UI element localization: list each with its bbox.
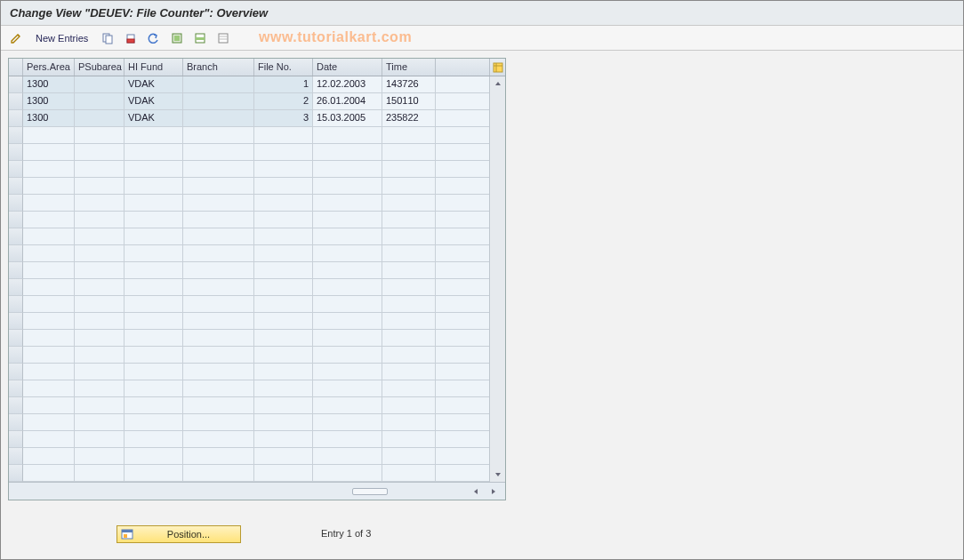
cell[interactable] <box>125 465 183 482</box>
cell[interactable] <box>313 364 382 380</box>
undo-button[interactable] <box>144 29 164 47</box>
cell[interactable] <box>125 178 183 195</box>
row-selector[interactable] <box>9 431 23 448</box>
cell[interactable] <box>75 330 125 347</box>
cell[interactable] <box>75 431 125 448</box>
col-header-pers-area[interactable]: Pers.Area <box>23 59 75 76</box>
col-header-time[interactable]: Time <box>382 59 436 76</box>
cell[interactable] <box>183 144 254 161</box>
cell[interactable] <box>382 465 436 482</box>
cell[interactable] <box>75 364 125 380</box>
scroll-left-button[interactable] <box>470 485 482 498</box>
cell[interactable] <box>183 296 254 313</box>
cell[interactable] <box>75 296 125 313</box>
cell[interactable] <box>183 364 254 380</box>
cell[interactable] <box>382 262 436 279</box>
cell[interactable] <box>382 448 436 465</box>
cell[interactable] <box>183 347 254 364</box>
cell[interactable] <box>313 313 382 330</box>
cell[interactable] <box>23 262 75 279</box>
cell[interactable] <box>125 279 183 296</box>
cell[interactable]: 143726 <box>382 76 436 93</box>
cell[interactable] <box>382 178 436 195</box>
cell[interactable] <box>125 228 183 245</box>
cell[interactable] <box>75 144 125 161</box>
cell[interactable] <box>183 414 254 431</box>
cell[interactable] <box>382 161 436 178</box>
cell[interactable] <box>313 178 382 195</box>
cell[interactable] <box>23 178 75 195</box>
cell[interactable] <box>75 414 125 431</box>
edit-button[interactable] <box>6 29 26 47</box>
cell[interactable] <box>23 313 75 330</box>
cell[interactable] <box>125 296 183 313</box>
cell[interactable] <box>313 144 382 161</box>
cell[interactable] <box>313 431 382 448</box>
cell[interactable] <box>75 448 125 465</box>
cell[interactable] <box>254 364 313 380</box>
cell[interactable]: 150110 <box>382 93 436 110</box>
scroll-up-icon[interactable] <box>491 76 505 91</box>
copy-button[interactable] <box>98 29 117 47</box>
cell[interactable] <box>382 144 436 161</box>
cell[interactable] <box>125 330 183 347</box>
cell[interactable] <box>23 245 75 262</box>
cell[interactable] <box>23 212 75 228</box>
row-selector[interactable] <box>9 414 23 431</box>
cell[interactable] <box>382 296 436 313</box>
cell[interactable] <box>313 212 382 228</box>
cell[interactable] <box>125 262 183 279</box>
cell[interactable] <box>254 448 313 465</box>
row-selector[interactable] <box>9 144 23 161</box>
cell[interactable] <box>125 127 183 144</box>
cell[interactable] <box>254 414 313 431</box>
cell[interactable] <box>382 414 436 431</box>
cell[interactable] <box>313 228 382 245</box>
cell[interactable] <box>183 161 254 178</box>
cell[interactable] <box>254 279 313 296</box>
row-selector[interactable] <box>9 127 23 144</box>
cell[interactable] <box>313 448 382 465</box>
cell[interactable] <box>23 431 75 448</box>
row-selector[interactable] <box>9 347 23 364</box>
cell[interactable] <box>183 431 254 448</box>
cell[interactable] <box>254 195 313 212</box>
cell[interactable]: 235822 <box>382 110 436 127</box>
delete-button[interactable] <box>121 29 141 47</box>
row-selector[interactable] <box>9 110 23 127</box>
cell[interactable] <box>382 330 436 347</box>
cell[interactable] <box>382 228 436 245</box>
cell[interactable] <box>125 245 183 262</box>
cell[interactable] <box>313 127 382 144</box>
row-selector[interactable] <box>9 330 23 347</box>
cell[interactable] <box>75 313 125 330</box>
cell[interactable] <box>75 380 125 397</box>
vertical-scrollbar[interactable] <box>489 76 505 482</box>
cell[interactable] <box>23 279 75 296</box>
cell[interactable] <box>254 465 313 482</box>
row-selector[interactable] <box>9 195 23 212</box>
cell[interactable] <box>254 380 313 397</box>
row-selector[interactable] <box>9 364 23 380</box>
cell[interactable] <box>313 397 382 414</box>
cell[interactable] <box>313 245 382 262</box>
cell[interactable] <box>254 262 313 279</box>
cell[interactable] <box>382 380 436 397</box>
cell[interactable] <box>254 228 313 245</box>
row-selector[interactable] <box>9 279 23 296</box>
cell[interactable] <box>313 465 382 482</box>
scroll-right-button[interactable] <box>487 485 500 498</box>
cell[interactable] <box>183 195 254 212</box>
cell[interactable] <box>183 313 254 330</box>
cell[interactable] <box>75 127 125 144</box>
row-selector[interactable] <box>9 93 23 110</box>
cell[interactable] <box>313 279 382 296</box>
cell[interactable] <box>313 296 382 313</box>
cell[interactable] <box>313 347 382 364</box>
cell[interactable] <box>75 245 125 262</box>
cell[interactable] <box>125 397 183 414</box>
cell[interactable] <box>125 380 183 397</box>
row-selector[interactable] <box>9 262 23 279</box>
cell[interactable] <box>75 228 125 245</box>
table-settings-button[interactable] <box>489 59 505 76</box>
